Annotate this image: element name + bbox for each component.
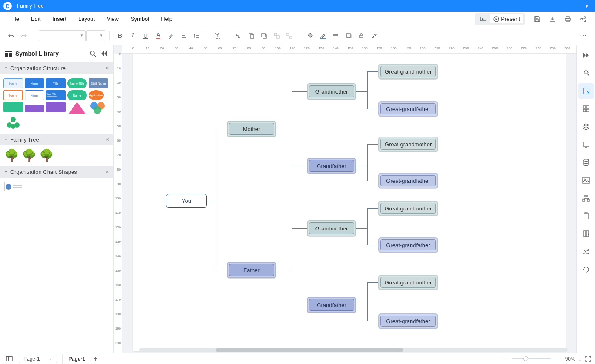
menu-file[interactable]: File (4, 16, 25, 22)
share-icon[interactable] (578, 14, 588, 24)
shape-thumb[interactable] (3, 102, 23, 112)
node-ggm4[interactable]: Great-grandmother (378, 275, 438, 290)
tools-button[interactable] (368, 30, 380, 42)
font-size-select[interactable]: ▼ (86, 30, 105, 41)
shape-thumb[interactable] (89, 102, 106, 114)
line-style-button[interactable] (330, 30, 342, 42)
shadow-button[interactable] (343, 30, 355, 42)
zoom-value[interactable]: 90% ⌄ (565, 356, 581, 362)
category-org-structure[interactable]: ▼Organization Structure× (0, 62, 113, 74)
undo-button[interactable] (5, 30, 17, 42)
connector-button[interactable] (232, 30, 244, 42)
zoom-in-button[interactable]: + (554, 355, 562, 362)
zoom-slider-knob[interactable] (523, 356, 528, 361)
page-select[interactable]: Page-1⌄ (19, 355, 57, 363)
node-mother[interactable]: Mother (227, 121, 276, 137)
add-page-button[interactable]: + (89, 354, 102, 364)
tree-layout-icon[interactable] (578, 191, 594, 206)
node-gm1[interactable]: Grandmother (307, 83, 356, 100)
canvas-area[interactable]: 0102030405060708090100110120130140150160… (114, 45, 576, 353)
expand-right-panel-icon[interactable] (578, 48, 594, 63)
zoom-slider[interactable] (512, 358, 551, 359)
clipboard-icon[interactable] (578, 208, 594, 224)
layers-icon[interactable] (578, 119, 594, 134)
fullscreen-icon[interactable] (585, 355, 592, 362)
node-gf1[interactable]: Grandfather (307, 158, 356, 174)
more-button[interactable]: ⋯ (577, 30, 589, 42)
data-icon[interactable] (578, 155, 594, 170)
close-icon[interactable]: × (106, 65, 109, 71)
close-icon[interactable]: × (106, 168, 109, 175)
line-spacing-button[interactable] (191, 30, 203, 42)
image-icon[interactable] (578, 173, 594, 188)
node-gm2[interactable]: Grandmother (307, 220, 356, 236)
group-button[interactable] (271, 30, 283, 42)
save-icon[interactable] (532, 14, 542, 24)
close-icon[interactable]: × (106, 136, 109, 143)
node-ggf1[interactable]: Great-grandfather (378, 101, 438, 117)
shape-thumb[interactable]: Applications (89, 90, 104, 100)
shape-thumb[interactable]: Name (3, 78, 23, 88)
shape-thumb[interactable] (25, 102, 44, 112)
menu-insert[interactable]: Insert (46, 16, 72, 22)
column-icon[interactable] (578, 226, 594, 242)
node-ggf4[interactable]: Great-grandfather (378, 313, 438, 329)
menu-symbol[interactable]: Symbol (125, 16, 155, 22)
scrollbar-thumb[interactable] (216, 348, 403, 352)
shape-thumb[interactable]: Staff Name (89, 78, 108, 88)
node-ggm3[interactable]: Great-grandmother (378, 201, 438, 216)
bold-button[interactable]: B (114, 30, 126, 42)
line-color-button[interactable] (317, 30, 329, 42)
page-tab[interactable]: Page-1 (64, 354, 89, 364)
print-icon[interactable] (563, 14, 573, 24)
shape-thumb[interactable]: Name Title Department (46, 90, 66, 100)
presentation-icon[interactable] (578, 137, 594, 152)
diagram-page[interactable]: YouMotherFatherGrandmotherGrandfatherGra… (133, 54, 566, 351)
font-family-select[interactable]: ▼ (39, 30, 86, 41)
front-button[interactable] (245, 30, 257, 42)
menu-help[interactable]: Help (155, 16, 178, 22)
shape-thumb[interactable]: Name Title (67, 78, 87, 88)
category-org-chart-shapes[interactable]: ▼Organization Chart Shapes× (0, 166, 113, 178)
back-button[interactable] (258, 30, 270, 42)
underline-button[interactable]: U (140, 30, 152, 42)
menu-layout[interactable]: Layout (72, 16, 101, 22)
horizontal-scrollbar[interactable] (139, 348, 568, 352)
zoom-out-button[interactable]: − (501, 355, 509, 362)
node-you[interactable]: You (166, 194, 207, 208)
download-icon[interactable] (547, 14, 558, 24)
history-icon[interactable] (578, 262, 594, 277)
titlebar-dropdown[interactable]: ▼ (582, 4, 592, 9)
tree-icon[interactable]: 🌳 (39, 150, 54, 162)
node-ggf3[interactable]: Great-grandfather (378, 237, 438, 253)
slideshow-button[interactable] (476, 15, 490, 23)
ungroup-button[interactable] (283, 30, 295, 42)
shape-thumb[interactable]: Name (25, 78, 44, 88)
shape-thumb[interactable]: Name (25, 90, 44, 100)
shape-thumb[interactable]: Title (46, 78, 66, 88)
search-icon[interactable] (89, 49, 97, 58)
node-ggf2[interactable]: Great-grandfather (378, 173, 438, 188)
format-icon[interactable] (578, 83, 594, 99)
align-button[interactable] (178, 30, 190, 42)
org-chart-shape-thumb[interactable] (4, 182, 23, 191)
node-ggm1[interactable]: Great-grandmother (378, 64, 438, 79)
category-family-tree[interactable]: ▼Family Tree× (0, 134, 113, 145)
text-highlight-button[interactable] (165, 30, 177, 42)
grid-icon[interactable] (578, 101, 594, 117)
tree-icon[interactable]: 🌳 (4, 150, 19, 162)
theme-icon[interactable] (578, 65, 594, 81)
italic-button[interactable]: I (127, 30, 139, 42)
menu-edit[interactable]: Edit (25, 16, 46, 22)
text-tool-button[interactable]: T (212, 30, 223, 42)
present-button[interactable]: Present (490, 14, 523, 23)
tree-icon[interactable]: 🌳 (22, 150, 37, 162)
shape-thumb[interactable]: Name (3, 90, 23, 100)
shape-thumb[interactable] (3, 116, 23, 129)
page-layout-icon[interactable] (3, 353, 15, 364)
node-gf2[interactable]: Grandfather (307, 297, 356, 313)
menu-view[interactable]: View (101, 16, 125, 22)
fill-button[interactable] (304, 30, 316, 42)
shape-thumb[interactable] (67, 102, 87, 114)
lock-button[interactable] (355, 30, 367, 42)
